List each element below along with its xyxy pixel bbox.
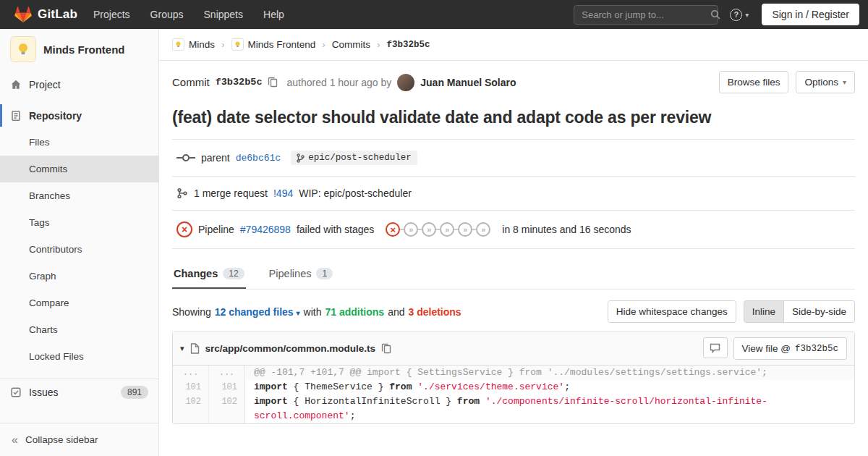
code-line: import { HorizontalInfiniteScroll } from… (245, 394, 854, 423)
view-mode-toggle: Inline Side-by-side (744, 300, 855, 323)
pipeline-stage-failed-icon[interactable]: × (386, 222, 400, 237)
new-line-number[interactable]: 101 (209, 380, 245, 394)
breadcrumb-item-commits[interactable]: Commits (332, 39, 370, 50)
sidebar-item-label: Contributors (29, 244, 82, 255)
parent-label: parent (201, 152, 230, 164)
diff-file-card: ▾ src/app/common/common.module.ts (172, 332, 855, 424)
old-line-number[interactable]: ... (173, 366, 209, 380)
tab-pipelines[interactable]: Pipelines 1 (268, 266, 335, 289)
sidebar-item-issues[interactable]: Issues891 (0, 379, 158, 405)
sidebar-item-label: Commits (29, 164, 67, 174)
pipeline-stage-skipped-icon[interactable]: » (458, 222, 472, 237)
breadcrumb-label: Minds (189, 39, 215, 50)
pipelines-count-badge: 1 (316, 268, 333, 279)
sidebar-nav: ProjectRepositoryFilesCommitsBranchesTag… (0, 71, 158, 423)
toggle-comments-button[interactable] (703, 337, 728, 358)
sidebar-item-commits[interactable]: Commits (0, 156, 158, 182)
nav-item-groups[interactable]: Groups (140, 0, 194, 29)
diff-header-actions: View file @ f3b32b5c (703, 337, 848, 360)
old-line-number[interactable]: 101 (173, 380, 209, 394)
sign-in-button[interactable]: Sign in / Register (762, 4, 859, 25)
collapse-icon: « (12, 434, 18, 447)
pipeline-id-link[interactable]: #79426898 (240, 224, 291, 235)
sidebar-item-repository[interactable]: Repository (0, 102, 158, 129)
browse-files-button[interactable]: Browse files (719, 71, 789, 93)
copy-path-icon[interactable] (381, 343, 391, 354)
sidebar-item-label: Issues (29, 387, 58, 398)
diff-body: ......@@ -101,7 +101,7 @@ import { Setti… (173, 366, 854, 423)
parent-sha-link[interactable]: de6bc61c (236, 153, 281, 164)
breadcrumb-separator: › (221, 39, 225, 50)
sidebar-item-label: Locked Files (29, 351, 84, 362)
nav-item-projects[interactable]: Projects (83, 0, 140, 29)
tab-changes[interactable]: Changes 12 (172, 266, 246, 289)
sidebar-item-tags[interactable]: Tags (0, 209, 158, 236)
diff-row: 102102import { HorizontalInfiniteScroll … (173, 394, 854, 423)
commit-title: (feat) date selector should validate dat… (172, 108, 855, 127)
pipeline-stage-skipped-icon[interactable]: » (440, 222, 454, 237)
project-mini-avatar-icon (172, 38, 184, 51)
code-line: import { ThemeService } from './services… (245, 380, 854, 394)
options-dropdown-button[interactable]: Options ▾ (796, 71, 855, 93)
inline-view-button[interactable]: Inline (744, 300, 784, 323)
search-box[interactable] (574, 5, 718, 25)
pipeline-mini-graph: ×»»»»» (386, 222, 490, 237)
branch-icon (297, 153, 305, 163)
new-line-number[interactable]: ... (209, 366, 245, 380)
help-menu[interactable]: ? ▾ (730, 9, 749, 21)
collapse-sidebar-button[interactable]: « Collapse sidebar (0, 423, 158, 456)
sidebar-item-files[interactable]: Files (0, 129, 158, 156)
brand-wordmark: GitLab (38, 7, 77, 22)
file-icon (190, 343, 200, 354)
commit-icon (176, 153, 195, 163)
sidebar-item-branches[interactable]: Branches (0, 182, 158, 209)
pipeline-failed-icon[interactable]: × (176, 221, 192, 237)
breadcrumb-label: Commits (332, 39, 370, 50)
collapse-label: Collapse sidebar (25, 434, 98, 445)
breadcrumb-item-minds-frontend[interactable]: Minds Frontend (231, 38, 316, 51)
search-icon (710, 9, 720, 20)
chevron-down-icon: ▾ (745, 11, 749, 19)
diff-summary-text: Showing 12 changed files ▾ with 71 addit… (172, 306, 461, 318)
navbar-left: GitLab ProjectsGroupsSnippetsHelp (9, 0, 294, 29)
sidebar-item-label: Charts (29, 324, 58, 335)
copy-sha-icon[interactable] (268, 77, 278, 88)
tab-changes-label: Changes (174, 268, 218, 279)
sidebar-item-locked-files[interactable]: Locked Files (0, 343, 158, 370)
gitlab-logo[interactable]: GitLab (14, 6, 77, 23)
pipeline-stage-skipped-icon[interactable]: » (404, 222, 418, 237)
nav-item-snippets[interactable]: Snippets (194, 0, 253, 29)
nav-item-help[interactable]: Help (253, 0, 294, 29)
commit-meta-row: Commit f3b32b5c authored 1 hour ago by J… (172, 71, 855, 93)
changed-files-dropdown[interactable]: 12 changed files ▾ (215, 306, 300, 318)
old-line-number[interactable]: 102 (173, 394, 209, 423)
sidebar-item-charts[interactable]: Charts (0, 316, 158, 343)
breadcrumb-item-f3b32b5c[interactable]: f3b32b5c (387, 40, 430, 50)
project-context[interactable]: Minds Frontend (0, 29, 158, 68)
diff-view-controls: Hide whitespace changes Inline Side-by-s… (608, 300, 855, 323)
file-path[interactable]: src/app/common/common.module.ts (205, 343, 376, 354)
sidebar-item-contributors[interactable]: Contributors (0, 236, 158, 263)
main-content: Minds›Minds Frontend›Commits›f3b32b5c Co… (159, 29, 868, 456)
search-input[interactable] (580, 9, 710, 21)
author-avatar[interactable] (397, 74, 414, 91)
hide-whitespace-button[interactable]: Hide whitespace changes (608, 300, 736, 323)
pipeline-stage-skipped-icon[interactable]: » (422, 222, 436, 237)
mr-ref-link[interactable]: !494 (273, 187, 293, 199)
view-file-button[interactable]: View file @ f3b32b5c (733, 337, 848, 360)
author-name[interactable]: Juan Manuel Solaro (420, 77, 516, 88)
pipeline-label: Pipeline (198, 224, 234, 235)
side-by-side-view-button[interactable]: Side-by-side (783, 300, 855, 323)
sidebar-item-project[interactable]: Project (0, 71, 158, 98)
sidebar-item-label: Compare (29, 297, 69, 308)
new-line-number[interactable]: 102 (209, 394, 245, 423)
collapse-diff-icon[interactable]: ▾ (180, 344, 184, 353)
sidebar-item-graph[interactable]: Graph (0, 263, 158, 290)
breadcrumb-item-minds[interactable]: Minds (172, 38, 215, 51)
chevron-down-icon: ▾ (843, 78, 846, 86)
sidebar-item-compare[interactable]: Compare (0, 290, 158, 316)
sidebar-item-label: Branches (29, 190, 70, 201)
breadcrumb-label: Minds Frontend (248, 39, 316, 50)
pipeline-stage-skipped-icon[interactable]: » (476, 222, 490, 237)
branch-badge[interactable]: epic/post-scheduler (291, 151, 417, 165)
